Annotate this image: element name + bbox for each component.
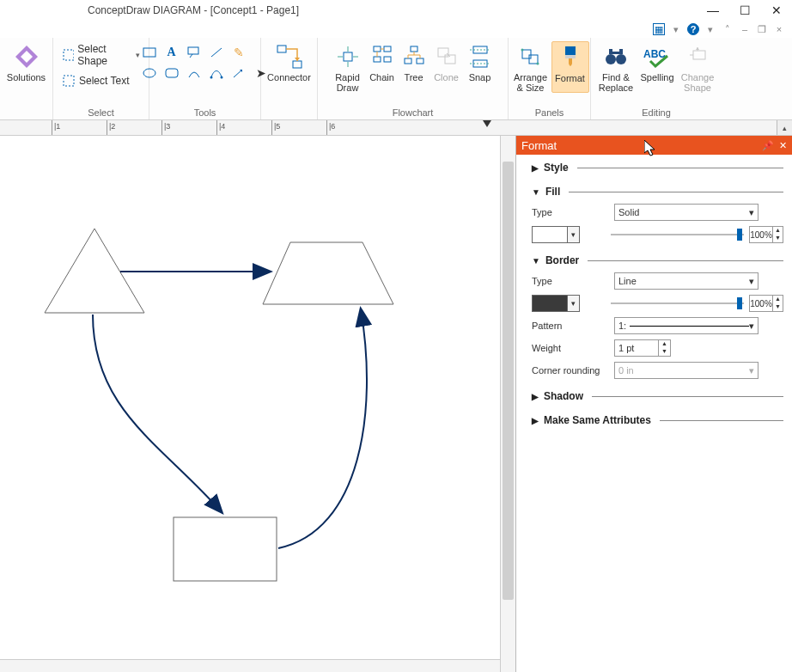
arrow-tool-icon[interactable] — [231, 65, 247, 81]
help-bar: ▦▾ ?▾ ˄ – ❐ × — [0, 21, 792, 38]
connector-2[interactable] — [93, 315, 222, 512]
svg-rect-28 — [411, 46, 417, 52]
rectangle-tool-icon[interactable] — [142, 45, 157, 60]
pencil-tool-icon[interactable]: ✎ — [231, 45, 247, 60]
svg-rect-29 — [405, 58, 411, 64]
section-shadow[interactable]: ▶Shadow — [532, 387, 783, 406]
change-shape-button: Change Shape — [678, 41, 717, 93]
spin-down-icon[interactable]: ▼ — [773, 303, 783, 311]
section-same-label: Make Same Attributes — [544, 414, 651, 426]
svg-point-50 — [616, 54, 626, 64]
tree-button[interactable]: Tree — [399, 41, 430, 93]
caret-up-icon[interactable]: ˄ — [722, 23, 734, 35]
dropdown-icon: ▾ — [749, 321, 754, 332]
dropdown-icon[interactable]: ▾ — [704, 23, 716, 35]
arrange-icon — [517, 43, 545, 70]
dropdown-icon[interactable]: ▾ — [670, 23, 682, 35]
border-corner-dropdown[interactable]: 0 in▾ — [614, 362, 758, 379]
ribbon-group-tools: A ✎ ➤ Tools — [149, 38, 261, 119]
section-fill-label: Fill — [545, 186, 560, 198]
border-opacity-slider[interactable] — [611, 295, 744, 312]
svg-rect-17 — [344, 52, 352, 61]
close-icon[interactable]: ✕ — [771, 3, 782, 17]
scrollbar-thumb[interactable] — [503, 162, 514, 600]
fill-color-well[interactable]: ▾ — [532, 226, 580, 243]
spin-up-icon[interactable]: ▲ — [773, 296, 783, 303]
border-pattern-dropdown[interactable]: 1: ▾ — [614, 317, 758, 334]
minimize-icon[interactable]: — — [707, 3, 719, 17]
diagram-svg — [0, 136, 498, 651]
select-shape-button[interactable]: Select Shape ▾ — [58, 41, 143, 69]
spin-up-icon[interactable]: ▲ — [773, 227, 783, 235]
chain-button[interactable]: Chain — [366, 41, 399, 93]
help-icon[interactable]: ? — [687, 23, 699, 35]
solutions-button[interactable]: Solutions — [4, 41, 49, 82]
svg-line-7 — [211, 48, 222, 57]
spin-up-icon[interactable]: ▲ — [659, 340, 670, 348]
ribbon-group-select: Select Shape ▾ Select Text Select — [53, 38, 149, 119]
border-opacity-spinner[interactable]: 100%▲▼ — [749, 295, 783, 312]
maximize-icon[interactable]: ☐ — [740, 3, 751, 17]
caret-right-icon: ▶ — [532, 392, 539, 401]
text-tool-icon[interactable]: A — [164, 45, 180, 60]
dropdown-icon: ▾ — [749, 207, 754, 218]
border-pattern-value: 1: — [618, 321, 626, 331]
spline-tool-icon[interactable] — [186, 65, 202, 81]
svg-rect-46 — [565, 46, 576, 55]
title-bar: ConceptDraw DIAGRAM - [Concept1 - Page1]… — [0, 0, 792, 21]
snap-button[interactable]: Snap — [464, 41, 497, 93]
connector-3[interactable] — [278, 309, 367, 548]
dashed-select-icon — [62, 74, 76, 88]
section-style[interactable]: ▶Style — [532, 158, 783, 177]
svg-rect-47 — [565, 55, 576, 58]
rapid-draw-button[interactable]: Rapid Draw — [330, 41, 366, 93]
ellipse-tool-icon[interactable] — [142, 65, 157, 81]
fill-type-dropdown[interactable]: Solid▾ — [614, 204, 758, 221]
fill-opacity-value: 100% — [750, 227, 772, 242]
line-tool-icon[interactable] — [209, 45, 224, 60]
spelling-button[interactable]: ABC Spelling — [637, 41, 678, 93]
find-replace-button[interactable]: Find & Replace — [595, 41, 637, 93]
border-color-well[interactable]: ▾ — [532, 295, 580, 312]
rounded-rect-tool-icon[interactable] — [164, 65, 180, 81]
ribbon: Solutions Select Shape ▾ Select Text Sel… — [0, 38, 792, 120]
ribbon-group-panels: Arrange & Size Format Panels — [509, 38, 591, 119]
section-same-attributes[interactable]: ▶Make Same Attributes — [532, 411, 783, 430]
section-fill[interactable]: ▼Fill — [532, 182, 783, 201]
arrange-size-button[interactable]: Arrange & Size — [510, 41, 551, 93]
bezier-tool-icon[interactable] — [209, 65, 224, 81]
connector-icon — [276, 43, 303, 70]
callout-tool-icon[interactable] — [186, 45, 202, 60]
svg-rect-14 — [277, 46, 286, 52]
child-close-icon[interactable]: × — [773, 23, 785, 35]
spin-down-icon[interactable]: ▼ — [773, 235, 783, 242]
shape-trapezoid[interactable] — [263, 242, 393, 304]
select-text-button[interactable]: Select Text — [58, 72, 143, 89]
child-restore-icon[interactable]: ❐ — [756, 23, 768, 35]
border-type-dropdown[interactable]: Line▾ — [614, 272, 758, 290]
section-border[interactable]: ▼Border — [532, 251, 783, 270]
svg-marker-58 — [696, 47, 699, 50]
close-panel-icon[interactable]: ✕ — [779, 140, 787, 151]
connector-button[interactable]: Connector — [267, 41, 312, 82]
format-panel-header[interactable]: Format 📌✕ — [516, 136, 792, 155]
horizontal-ruler: |1 |2 |3 |4 |5 |6 ▴ — [0, 120, 792, 136]
border-pattern-label: Pattern — [532, 321, 609, 331]
fill-opacity-slider[interactable] — [611, 226, 744, 243]
child-minimize-icon[interactable]: – — [739, 23, 751, 35]
fill-type-value: Solid — [618, 207, 639, 217]
border-corner-label: Corner rounding — [532, 365, 609, 376]
fill-opacity-spinner[interactable]: 100%▲▼ — [749, 226, 783, 243]
spin-down-icon[interactable]: ▼ — [659, 348, 670, 356]
pin-icon[interactable]: 📌 — [762, 140, 774, 151]
section-border-label: Border — [545, 254, 579, 266]
arrange-label: Arrange & Size — [514, 72, 547, 93]
canvas[interactable] — [0, 136, 515, 672]
shape-rectangle[interactable] — [174, 517, 277, 581]
format-button[interactable]: Format — [551, 41, 589, 93]
presentation-icon[interactable]: ▦ — [653, 23, 665, 35]
ruler-scroll-up[interactable]: ▴ — [777, 120, 792, 136]
vertical-scrollbar[interactable] — [500, 136, 515, 672]
border-weight-spinner[interactable]: 1 pt▲▼ — [614, 339, 671, 357]
find-label: Find & Replace — [599, 72, 633, 93]
